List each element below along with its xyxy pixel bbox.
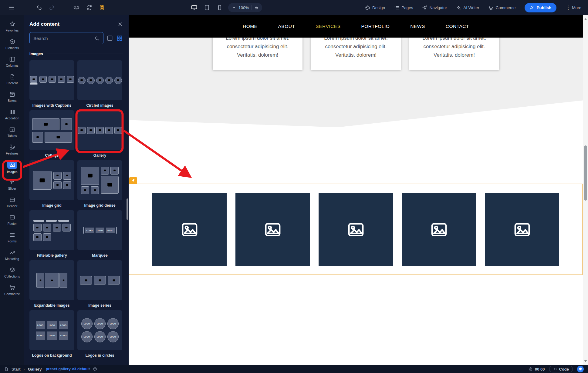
top-toolbar: 100% Design Pages Navigator AI Writer Co…	[0, 0, 588, 15]
site-nav-portfolio[interactable]: PORTFOLIO	[361, 24, 390, 29]
list-view-toggle[interactable]	[106, 35, 113, 42]
preset-tile-image-series[interactable]: Image series	[77, 260, 122, 310]
canvas-scrollbar[interactable]	[583, 15, 588, 365]
breadcrumb-page[interactable]: Gallery	[28, 367, 42, 371]
phone-view-icon[interactable]	[217, 5, 223, 11]
scroll-up-arrow[interactable]	[584, 18, 587, 20]
gallery-image-placeholder[interactable]	[402, 193, 476, 266]
scrollbar-thumb[interactable]	[584, 145, 587, 201]
sidebar-item-elements[interactable]: Elements	[0, 35, 24, 53]
sidebar-item-collections[interactable]: Collections	[0, 264, 24, 281]
chevron-right-icon: ›	[24, 367, 25, 371]
sidebar: Favorites Elements Columns Content Boxes…	[0, 15, 24, 365]
preset-tile-logos-in-circles[interactable]: LOGOLOGOLOGOLOGOLOGOLOGO Logos in circle…	[77, 310, 122, 360]
cart-icon	[488, 5, 493, 10]
redo-icon[interactable]	[49, 5, 55, 11]
search-input[interactable]: Search	[29, 32, 103, 44]
preset-tile-logos-on-background[interactable]: LOGOLOGOLOGOLOGOLOGOLOGO Logos on backgr…	[29, 310, 74, 360]
sidebar-item-images[interactable]: Images	[0, 158, 24, 176]
features-icon	[9, 144, 15, 150]
site-nav-services[interactable]: SERVICES	[316, 24, 340, 29]
sidebar-item-tables[interactable]: Tables	[0, 123, 24, 141]
lock-icon[interactable]	[254, 5, 259, 10]
editor-canvas: Lorem ipsum dolor sit amet,consectetur a…	[129, 15, 583, 365]
pages-icon	[394, 5, 399, 10]
menu-pages[interactable]: Pages	[394, 5, 413, 10]
columns-icon	[9, 56, 15, 62]
publish-button[interactable]: Publish	[525, 3, 556, 12]
scroll-down-arrow[interactable]	[584, 360, 587, 362]
preset-tile-expandable-images[interactable]: Expandable Images	[29, 260, 74, 310]
preview-eye-icon[interactable]	[73, 5, 79, 11]
search-placeholder: Search	[33, 36, 94, 41]
gallery-image-placeholder[interactable]	[152, 193, 227, 266]
stopwatch-icon	[529, 367, 533, 371]
sidebar-item-favorites[interactable]: Favorites	[0, 18, 24, 35]
preset-tile-gallery[interactable]: Gallery	[77, 110, 122, 160]
site-nav-home[interactable]: HOME	[243, 24, 258, 29]
search-icon	[94, 36, 100, 41]
image-placeholder-icon	[262, 221, 284, 238]
sidebar-item-forms[interactable]: Forms	[0, 228, 24, 246]
menu-ai-writer[interactable]: AI Writer	[456, 5, 479, 10]
css-selector[interactable]: .preset-gallery-v3-default	[45, 367, 90, 371]
image-placeholder-icon	[511, 221, 533, 238]
header-icon	[9, 197, 15, 203]
breadcrumb-root[interactable]: Start	[12, 367, 21, 371]
preset-tile-image-grid-dense[interactable]: Image grid dense	[77, 160, 122, 210]
sidebar-item-slider[interactable]: Slider	[0, 176, 24, 193]
sidebar-item-marketing[interactable]: Marketing	[0, 246, 24, 264]
undo-icon[interactable]	[36, 5, 42, 11]
more-button[interactable]: ⋮ More	[566, 5, 581, 11]
sidebar-item-columns[interactable]: Columns	[0, 53, 24, 70]
code-button[interactable]: Code	[549, 366, 573, 372]
box-icon	[9, 91, 15, 98]
hamburger-menu-icon[interactable]	[8, 5, 15, 11]
site-nav-contact[interactable]: CONTACT	[446, 24, 469, 29]
sidebar-item-accordion[interactable]: Accordion	[0, 105, 24, 123]
preset-tile-circled-images[interactable]: Circled images	[77, 60, 122, 110]
gallery-image-placeholder[interactable]	[235, 193, 310, 266]
cube-icon	[9, 38, 15, 45]
privacy-shield-button[interactable]	[577, 366, 584, 372]
tablet-view-icon[interactable]	[204, 5, 210, 11]
preset-tile-filterable-gallery[interactable]: Filterable gallery	[29, 210, 74, 260]
document-icon	[9, 74, 15, 80]
panel-scrollbar[interactable]	[127, 198, 128, 220]
divider	[47, 54, 123, 54]
star-icon	[9, 21, 15, 27]
site-nav-news[interactable]: NEWS	[410, 24, 425, 29]
close-icon[interactable]	[118, 22, 123, 27]
lines-icon	[9, 232, 15, 238]
save-icon[interactable]	[99, 5, 105, 11]
sidebar-item-header[interactable]: Header	[0, 193, 24, 211]
menu-commerce[interactable]: Commerce	[488, 5, 515, 10]
preset-tile-image-grid[interactable]: Image grid	[29, 160, 74, 210]
gallery-image-placeholder[interactable]	[485, 193, 559, 266]
menu-navigator[interactable]: Navigator	[422, 5, 447, 10]
sidebar-item-features[interactable]: Features	[0, 141, 24, 158]
grid-view-toggle[interactable]	[116, 35, 123, 42]
palette-small-icon[interactable]	[93, 367, 97, 371]
section-handle[interactable]	[129, 177, 137, 184]
zoom-control[interactable]: 100%	[228, 3, 262, 12]
page-file-icon	[4, 367, 8, 371]
selected-gallery-section[interactable]	[129, 184, 583, 275]
more-dots-icon: ⋮	[566, 5, 571, 11]
sidebar-item-commerce[interactable]: Commerce	[0, 281, 24, 299]
chevron-down-icon[interactable]	[232, 5, 236, 10]
image-placeholder-icon	[345, 221, 367, 238]
sidebar-item-boxes[interactable]: Boxes	[0, 88, 24, 105]
accordion-icon	[9, 109, 15, 115]
preset-tile-images-with-captions[interactable]: Images with Captions	[29, 60, 74, 110]
desktop-view-icon[interactable]	[191, 5, 197, 11]
add-content-panel: Add content Search Images Images with Ca…	[24, 15, 129, 365]
sidebar-item-footer[interactable]: Footer	[0, 211, 24, 228]
sidebar-item-content[interactable]: Content	[0, 70, 24, 88]
menu-design[interactable]: Design	[365, 5, 385, 10]
refresh-icon[interactable]	[86, 5, 92, 11]
site-nav-about[interactable]: ABOUT	[278, 24, 295, 29]
preset-tile-marquee[interactable]: LOGOLOGOLOGO Marquee	[77, 210, 122, 260]
gallery-image-placeholder[interactable]	[319, 193, 393, 266]
preset-tile-collage[interactable]: Collage	[29, 110, 74, 160]
